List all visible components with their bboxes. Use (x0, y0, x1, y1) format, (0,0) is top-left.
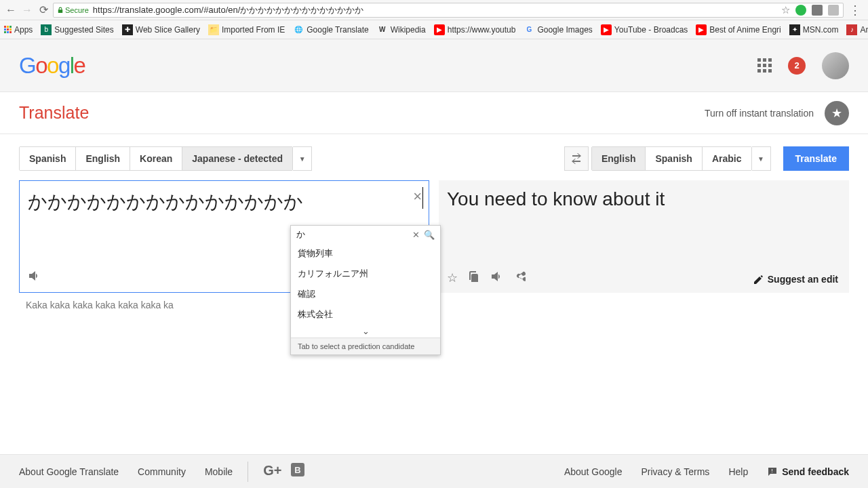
app-header: Google 2 (0, 39, 868, 92)
chevron-down-icon: ▼ (757, 155, 764, 163)
blogger-icon[interactable]: B (291, 463, 304, 480)
browser-menu-icon[interactable]: ⋮ (846, 3, 864, 18)
feedback-icon (767, 466, 778, 477)
page-title: Translate (19, 103, 89, 123)
send-feedback-button[interactable]: Send feedback (767, 466, 849, 477)
footer-privacy-terms[interactable]: Privacy & Terms (642, 466, 710, 477)
ime-prediction-dropdown: か ✕ 🔍 貨物列車 カリフォルニア州 確認 株式会社 ⌄ Tab to sel… (290, 225, 441, 355)
extension-icon-3[interactable] (828, 5, 839, 16)
src-tab-english[interactable]: English (76, 147, 130, 170)
bookmark-webslice[interactable]: ✚Web Slice Gallery (122, 24, 200, 35)
instant-translation-toggle[interactable]: Turn off instant translation (705, 108, 814, 119)
bookmark-youtube2[interactable]: ▶YouTube - Broadcas (601, 24, 688, 35)
bookmark-gtranslate[interactable]: 🌐Google Translate (293, 24, 368, 35)
clear-input-button[interactable]: × (413, 188, 422, 205)
share-translation-icon[interactable] (515, 270, 526, 286)
translate-button[interactable]: Translate (783, 146, 849, 171)
translate-header: Translate Turn off instant translation ★ (0, 92, 868, 134)
target-text: You need to know about it (447, 188, 841, 210)
bookmark-star-icon[interactable]: ☆ (781, 4, 790, 16)
extension-icon-1[interactable] (795, 5, 806, 16)
bookmark-wikipedia[interactable]: WWikipedia (377, 24, 426, 35)
phrasebook-star-icon[interactable]: ★ (825, 101, 849, 125)
target-lang-tabs: English Spanish Arabic (591, 146, 752, 171)
footer-help[interactable]: Help (728, 466, 748, 477)
bookmark-anime[interactable]: ▶Best of Anime Engri (696, 24, 781, 35)
bookmark-msn[interactable]: ✦MSN.com (789, 24, 839, 35)
listen-target-icon[interactable] (490, 270, 504, 286)
src-tab-japanese-detected[interactable]: Japanese - detected (182, 147, 292, 170)
secure-indicator: Secure (58, 6, 89, 14)
ime-head-char: か (296, 228, 412, 241)
target-box: You need to know about it ☆ Suggest a (439, 180, 849, 293)
ime-candidate[interactable]: 確認 (291, 284, 440, 304)
ime-candidate[interactable]: カリフォルニア州 (291, 264, 440, 284)
pencil-icon (754, 274, 764, 284)
googleplus-icon[interactable]: G+ (263, 463, 281, 480)
google-apps-icon[interactable] (757, 58, 772, 73)
ime-search-icon[interactable]: 🔍 (424, 230, 435, 240)
omnibox[interactable]: Secure https://translate.google.com/#aut… (53, 3, 844, 18)
ime-expand-icon[interactable]: ⌄ (291, 325, 440, 338)
src-lang-dropdown[interactable]: ▼ (293, 146, 312, 171)
ime-candidate[interactable]: 株式会社 (291, 304, 440, 325)
tgt-tab-arabic[interactable]: Arabic (703, 147, 751, 170)
ime-hint: Tab to select a prediction candidate (291, 338, 440, 354)
extension-icon-2[interactable] (812, 5, 823, 16)
bookmark-gimages[interactable]: GGoogle Images (524, 24, 592, 35)
footer-separator (248, 462, 248, 482)
ime-close-icon[interactable]: ✕ (412, 230, 420, 240)
footer-about-google[interactable]: About Google (564, 466, 623, 477)
reload-button[interactable]: ⟳ (37, 3, 50, 17)
bookmark-suggested[interactable]: bSuggested Sites (41, 24, 113, 35)
bookmark-animelyrics[interactable]: ♪Anime Lyrics dot Co (846, 24, 868, 35)
bookmark-youtube1[interactable]: ▶https://www.youtub (434, 24, 516, 35)
bookmark-imported[interactable]: 📁Imported From IE (208, 24, 285, 35)
notifications-badge[interactable]: 2 (788, 57, 806, 75)
source-text: かかかかかかかかかかかかかか (20, 181, 429, 223)
swap-languages-button[interactable] (564, 146, 589, 171)
tgt-lang-dropdown[interactable]: ▼ (752, 146, 771, 171)
ime-candidate[interactable]: 貨物列車 (291, 243, 440, 264)
copy-translation-icon[interactable] (469, 270, 479, 286)
footer-about-translate[interactable]: About Google Translate (19, 466, 119, 477)
text-cursor (422, 187, 423, 209)
target-panel: You need to know about it ☆ Suggest a (439, 180, 849, 310)
bookmarks-bar: Apps bSuggested Sites ✚Web Slice Gallery… (0, 20, 868, 39)
save-translation-icon[interactable]: ☆ (447, 270, 458, 286)
listen-source-icon[interactable] (28, 270, 41, 285)
chevron-down-icon: ▼ (299, 155, 306, 163)
footer-mobile[interactable]: Mobile (205, 466, 233, 477)
bookmark-apps[interactable]: Apps (4, 25, 33, 35)
tgt-tab-spanish[interactable]: Spanish (646, 147, 702, 170)
swap-icon (570, 153, 583, 164)
forward-button[interactable]: → (20, 3, 34, 17)
back-button[interactable]: ← (4, 3, 18, 17)
account-avatar[interactable] (822, 52, 849, 79)
source-lang-tabs: Spanish English Korean Japanese - detect… (19, 146, 293, 171)
google-logo[interactable]: Google (19, 53, 85, 79)
svg-text:B: B (295, 465, 301, 475)
lock-icon (58, 7, 63, 14)
apps-icon (4, 26, 12, 33)
suggest-edit-button[interactable]: Suggest an edit (754, 274, 838, 285)
browser-toolbar: ← → ⟳ Secure https://translate.google.co… (0, 0, 868, 20)
footer-community[interactable]: Community (138, 466, 186, 477)
url-text: https://translate.google.com/#auto/en/かか… (93, 4, 364, 16)
src-tab-korean[interactable]: Korean (130, 147, 182, 170)
footer: About Google Translate Community Mobile … (0, 454, 868, 488)
tgt-tab-english[interactable]: English (592, 147, 646, 170)
src-tab-spanish[interactable]: Spanish (20, 147, 76, 170)
